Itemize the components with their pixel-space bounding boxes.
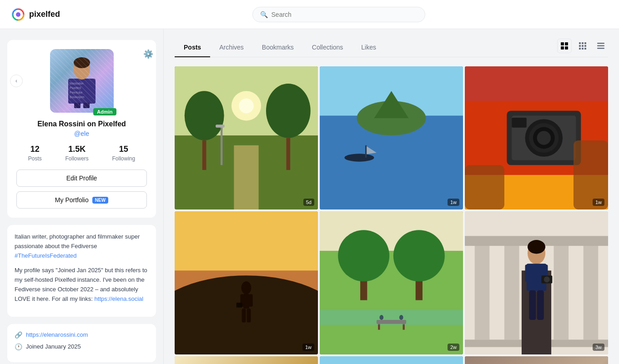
stat-posts-value: 12 xyxy=(28,145,42,154)
svg-point-44 xyxy=(344,154,374,161)
clock-icon: 🕐 xyxy=(15,343,22,350)
tabs-bar: Posts Archives Bookmarks Collections Lik… xyxy=(175,38,608,57)
svg-point-98 xyxy=(528,240,545,254)
website-link[interactable]: https://elenarossini.com xyxy=(26,331,88,338)
svg-point-62 xyxy=(242,281,252,294)
svg-rect-48 xyxy=(465,66,608,101)
stats-row: 12 Posts 1.5K Followers 15 Following xyxy=(16,145,147,162)
svg-point-32 xyxy=(185,91,224,140)
svg-rect-96 xyxy=(529,290,536,320)
svg-rect-67 xyxy=(247,309,251,322)
svg-rect-85 xyxy=(554,241,569,339)
photo-item[interactable]: 2w xyxy=(320,211,463,354)
svg-rect-60 xyxy=(175,211,318,270)
tab-collections[interactable]: Collections xyxy=(303,38,352,57)
svg-rect-25 xyxy=(597,45,604,46)
photo-item[interactable] xyxy=(465,356,608,364)
tab-likes[interactable]: Likes xyxy=(352,38,385,57)
portfolio-button[interactable]: My Portfolio NEW xyxy=(16,191,147,209)
stat-followers-label: Followers xyxy=(65,155,88,162)
link-icon: 🔗 xyxy=(15,331,22,339)
photo-item[interactable]: 1w xyxy=(465,66,608,209)
search-bar: 🔍 xyxy=(252,7,425,22)
svg-rect-65 xyxy=(249,294,253,306)
search-input[interactable] xyxy=(272,11,418,18)
tab-posts[interactable]: Posts xyxy=(175,38,210,57)
elena-social-link[interactable]: https://elena.social xyxy=(95,295,144,302)
logo-icon xyxy=(11,7,25,22)
svg-rect-24 xyxy=(597,43,604,44)
profile-card: ‹ Mastodon xyxy=(7,40,156,218)
svg-point-33 xyxy=(266,84,311,138)
photo-item[interactable] xyxy=(320,356,463,364)
photo-item[interactable]: 5d xyxy=(175,66,318,209)
stat-following[interactable]: 15 Following xyxy=(112,145,135,162)
photo-time-badge: 1w xyxy=(302,344,314,351)
edit-profile-button[interactable]: Edit Profile xyxy=(16,170,147,187)
svg-rect-23 xyxy=(584,48,586,50)
view-grid-large-button[interactable] xyxy=(557,39,572,53)
page-layout: ‹ Mastodon xyxy=(0,29,619,364)
svg-rect-37 xyxy=(221,125,222,165)
svg-rect-20 xyxy=(584,45,586,47)
logo-link[interactable]: pixelfed xyxy=(11,7,60,22)
svg-rect-19 xyxy=(582,45,584,47)
svg-point-31 xyxy=(239,99,254,114)
svg-rect-57 xyxy=(465,165,504,209)
stat-followers-value: 1.5K xyxy=(65,145,88,154)
photo-item[interactable]: 1w xyxy=(175,211,318,354)
svg-rect-11 xyxy=(561,42,564,45)
svg-point-1 xyxy=(16,12,20,17)
svg-rect-38 xyxy=(216,125,225,128)
svg-point-73 xyxy=(338,230,389,281)
links-card: 🔗 https://elenarossini.com 🕐 Joined Janu… xyxy=(7,324,156,362)
svg-rect-36 xyxy=(234,145,258,209)
svg-rect-26 xyxy=(597,48,604,49)
hashtag-link[interactable]: #TheFutureIsFederated xyxy=(15,252,77,259)
svg-rect-115 xyxy=(465,356,608,364)
svg-rect-16 xyxy=(582,42,584,44)
joined-date: Joined January 2025 xyxy=(26,343,81,350)
svg-rect-34 xyxy=(202,140,206,170)
svg-rect-18 xyxy=(579,45,581,47)
svg-rect-92 xyxy=(525,264,529,282)
stat-following-value: 15 xyxy=(112,145,135,154)
tab-archives[interactable]: Archives xyxy=(210,38,253,57)
svg-rect-56 xyxy=(512,118,527,128)
avatar-section: ‹ Mastodon xyxy=(16,49,147,113)
profile-handle[interactable]: @ele xyxy=(16,130,147,137)
photo-item[interactable] xyxy=(175,356,318,364)
svg-rect-45 xyxy=(365,145,367,158)
view-list-button[interactable] xyxy=(594,39,608,53)
view-grid-small-button[interactable] xyxy=(575,39,590,53)
svg-rect-12 xyxy=(565,42,568,45)
bio-paragraph-1: Italian writer, photographer and filmmak… xyxy=(15,232,149,260)
svg-rect-86 xyxy=(584,241,599,339)
svg-point-55 xyxy=(537,131,551,145)
joined-date-item: 🕐 Joined January 2025 xyxy=(15,343,149,350)
settings-button[interactable]: ⚙️ xyxy=(143,49,153,59)
svg-point-95 xyxy=(544,276,550,282)
svg-rect-13 xyxy=(561,46,564,50)
photo-time-badge: 2w xyxy=(448,344,459,351)
svg-rect-80 xyxy=(320,310,463,325)
tab-bookmarks[interactable]: Bookmarks xyxy=(253,38,303,57)
svg-rect-66 xyxy=(242,309,246,322)
profile-name: Elena Rossini on Pixelfed xyxy=(16,120,147,128)
avatar-prev-arrow[interactable]: ‹ xyxy=(10,75,23,87)
svg-rect-17 xyxy=(584,42,586,44)
svg-rect-100 xyxy=(175,356,318,364)
photo-time-badge: 3w xyxy=(593,344,604,351)
photo-item[interactable]: 1w xyxy=(320,66,463,209)
svg-rect-15 xyxy=(579,42,581,44)
view-mode-controls xyxy=(557,39,608,57)
sidebar: ‹ Mastodon xyxy=(0,29,164,364)
svg-rect-110 xyxy=(320,356,463,364)
stat-followers[interactable]: 1.5K Followers xyxy=(65,145,88,162)
svg-rect-22 xyxy=(582,48,584,50)
avatar: Mastodon Pixelfed Peertube Bookwyrm xyxy=(50,49,114,113)
bio-paragraph-2: My profile says "Joined Jan 2025" but th… xyxy=(15,266,149,304)
photo-item[interactable]: 3w xyxy=(465,211,608,354)
svg-point-74 xyxy=(393,230,445,281)
stat-posts-label: Posts xyxy=(28,155,42,162)
